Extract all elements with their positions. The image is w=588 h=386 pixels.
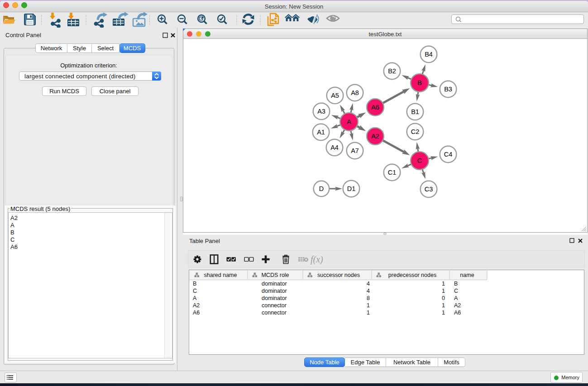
svg-text:A: A <box>193 295 197 301</box>
svg-text:1: 1 <box>367 302 370 309</box>
svg-text:f(x): f(x) <box>311 254 323 265</box>
svg-text:A3: A3 <box>317 108 325 115</box>
svg-text:shared name: shared name <box>204 272 237 278</box>
svg-text:dominator: dominator <box>262 281 287 287</box>
svg-text:B: B <box>193 281 196 287</box>
svg-text:1: 1 <box>442 281 445 287</box>
svg-text:B: B <box>417 79 422 86</box>
svg-text:A: A <box>347 118 351 125</box>
svg-text:C2: C2 <box>411 128 420 135</box>
svg-text:B3: B3 <box>444 86 452 93</box>
svg-text:8: 8 <box>367 295 370 301</box>
svg-text:name: name <box>460 272 474 278</box>
svg-text:A4: A4 <box>330 144 339 151</box>
svg-text:C3: C3 <box>425 186 433 193</box>
svg-text:connector: connector <box>262 310 287 316</box>
svg-text:1: 1 <box>367 310 370 316</box>
svg-text:D1: D1 <box>347 185 356 192</box>
svg-text:B2: B2 <box>388 67 396 75</box>
svg-text:A7: A7 <box>351 147 359 154</box>
svg-text:A2: A2 <box>193 302 200 309</box>
svg-text:B4: B4 <box>425 51 433 58</box>
svg-text:1: 1 <box>442 302 445 309</box>
svg-text:A8: A8 <box>351 89 359 96</box>
svg-text:4: 4 <box>367 281 370 287</box>
svg-text:C4: C4 <box>444 151 453 158</box>
svg-text:connector: connector <box>262 302 287 309</box>
svg-text:4: 4 <box>367 288 370 294</box>
svg-text:C: C <box>417 157 422 164</box>
svg-text:successor nodes: successor nodes <box>317 272 360 278</box>
svg-text:A5: A5 <box>331 92 339 99</box>
svg-text:D: D <box>319 185 324 192</box>
svg-text:C: C <box>193 288 197 294</box>
svg-text:A2: A2 <box>454 302 461 309</box>
svg-text:0: 0 <box>442 295 445 301</box>
svg-text:A1: A1 <box>317 129 325 136</box>
svg-text:A: A <box>454 295 458 301</box>
svg-text:dominator: dominator <box>262 295 287 301</box>
svg-text:C1: C1 <box>388 169 397 176</box>
svg-text:predecessor nodes: predecessor nodes <box>388 272 436 278</box>
svg-text:C: C <box>454 288 458 294</box>
svg-text:B: B <box>454 281 458 287</box>
svg-text:A6: A6 <box>454 310 461 316</box>
svg-text:1: 1 <box>442 310 445 316</box>
svg-text:A6: A6 <box>193 310 200 316</box>
svg-text:1: 1 <box>442 288 445 294</box>
svg-text:A2: A2 <box>371 133 379 140</box>
svg-text:A6: A6 <box>371 104 379 111</box>
svg-text:B1: B1 <box>411 108 419 115</box>
svg-text:dominator: dominator <box>262 288 287 294</box>
svg-text:MCDS role: MCDS role <box>261 272 289 278</box>
